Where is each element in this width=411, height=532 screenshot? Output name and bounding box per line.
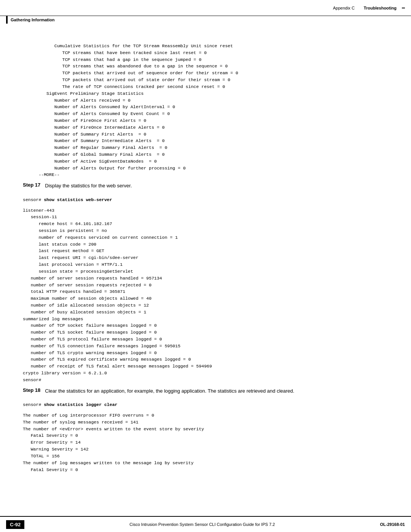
step-17-label: Step 17 xyxy=(23,182,40,190)
header-right-section: Appendix C Troubleshooting xyxy=(333,6,405,10)
step-18-container: Step 18 Clear the statistics for an appl… xyxy=(23,387,388,395)
web-server-cmd: sensor# show statistics web-server xyxy=(23,197,388,203)
page-header: Appendix C Troubleshooting xyxy=(0,0,411,16)
step-18-label: Step 18 xyxy=(23,387,40,395)
web-server-cmd-bold: show statistics web-server xyxy=(44,197,112,202)
logger-cmd: sensor# show statistics logger clear xyxy=(23,401,388,408)
logger-cmd-bold: show statistics logger clear xyxy=(44,402,117,407)
main-content: Cumulative Statistics for the TCP Stream… xyxy=(0,16,411,507)
step-17-container: Step 17 Display the statistics for the w… xyxy=(23,182,388,190)
web-server-output: listener-443 session-11 remote host = 64… xyxy=(23,207,388,383)
step-18-text: Clear the statistics for an application,… xyxy=(45,387,388,395)
page-footer: C-92 Cisco Intrusion Prevention System S… xyxy=(0,516,411,532)
section-accent xyxy=(6,16,8,24)
section-title: Gathering Information xyxy=(11,18,55,22)
footer-doc-number: OL-29168-01 xyxy=(380,522,405,527)
cumulative-stats-code: Cumulative Statistics for the TCP Stream… xyxy=(23,43,388,178)
header-troubleshooting: Troubleshooting xyxy=(364,6,397,10)
page-number: C-92 xyxy=(6,520,24,529)
header-rule xyxy=(402,8,405,8)
logger-output: The number of Log interprocessor FIFO ov… xyxy=(23,412,388,473)
header-appendix: Appendix C xyxy=(333,6,355,10)
step-17-text: Display the statistics for the web serve… xyxy=(45,182,388,190)
footer-center-text: Cisco Intrusion Prevention System Sensor… xyxy=(24,522,380,527)
